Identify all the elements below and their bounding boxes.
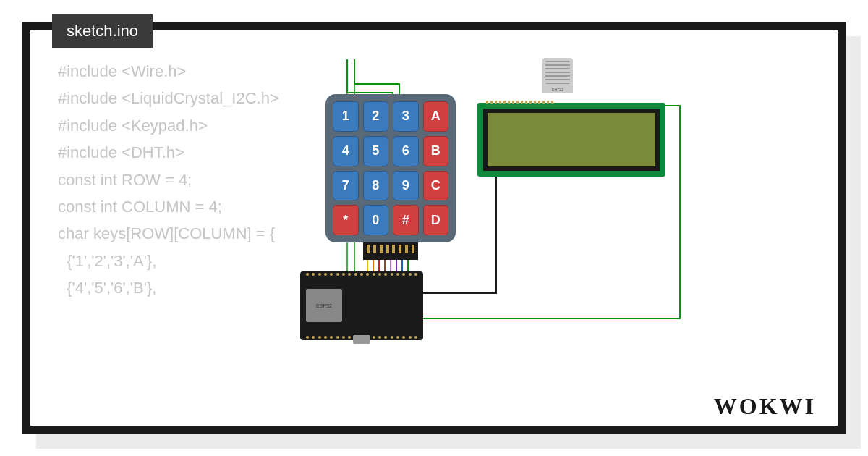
dht22-body: DHT22 xyxy=(542,58,573,93)
keypad-key-C[interactable]: C xyxy=(423,171,449,201)
keypad-key-B[interactable]: B xyxy=(423,136,449,166)
keypad-key-6[interactable]: 6 xyxy=(393,136,419,166)
keypad-key-9[interactable]: 9 xyxy=(393,171,419,201)
lcd-pins xyxy=(486,101,553,104)
keypad-key-A[interactable]: A xyxy=(423,101,449,132)
keypad-key-D[interactable]: D xyxy=(423,205,449,235)
keypad-key-0[interactable]: 0 xyxy=(363,205,389,235)
keypad-key-8[interactable]: 8 xyxy=(363,171,389,201)
lcd-display[interactable] xyxy=(477,103,665,177)
keypad-key-2[interactable]: 2 xyxy=(363,101,389,132)
file-tab-label: sketch.ino xyxy=(67,22,138,40)
keypad-key-#[interactable]: # xyxy=(393,205,419,235)
keypad-key-7[interactable]: 7 xyxy=(333,171,359,201)
keypad-4x4[interactable]: 123A456B789C*0#D xyxy=(326,94,456,242)
keypad-key-1[interactable]: 1 xyxy=(333,101,359,132)
keypad-key-4[interactable]: 4 xyxy=(333,136,359,166)
dht22-grille xyxy=(545,61,570,84)
keypad-key-*[interactable]: * xyxy=(333,205,359,235)
esp32-usb-port xyxy=(353,335,370,344)
simulator-canvas[interactable]: DHT22 123A456B789C*0#D xyxy=(260,51,810,398)
keypad-connector xyxy=(363,242,418,260)
wokwi-logo: WOKWI xyxy=(714,393,816,420)
esp32-board[interactable]: ESP32 xyxy=(300,271,423,340)
keypad-key-5[interactable]: 5 xyxy=(363,136,389,166)
keypad-key-3[interactable]: 3 xyxy=(393,101,419,132)
dht22-sensor[interactable]: DHT22 xyxy=(542,58,573,107)
dht22-label: DHT22 xyxy=(542,88,573,92)
lcd-bezel xyxy=(483,109,660,171)
esp32-pins-top xyxy=(306,273,417,276)
esp32-chip-label: ESP32 xyxy=(316,303,332,308)
file-tab[interactable]: sketch.ino xyxy=(52,14,153,48)
esp32-chip: ESP32 xyxy=(306,289,342,322)
keypad-grid: 123A456B789C*0#D xyxy=(333,101,448,235)
lcd-screen xyxy=(488,113,655,166)
